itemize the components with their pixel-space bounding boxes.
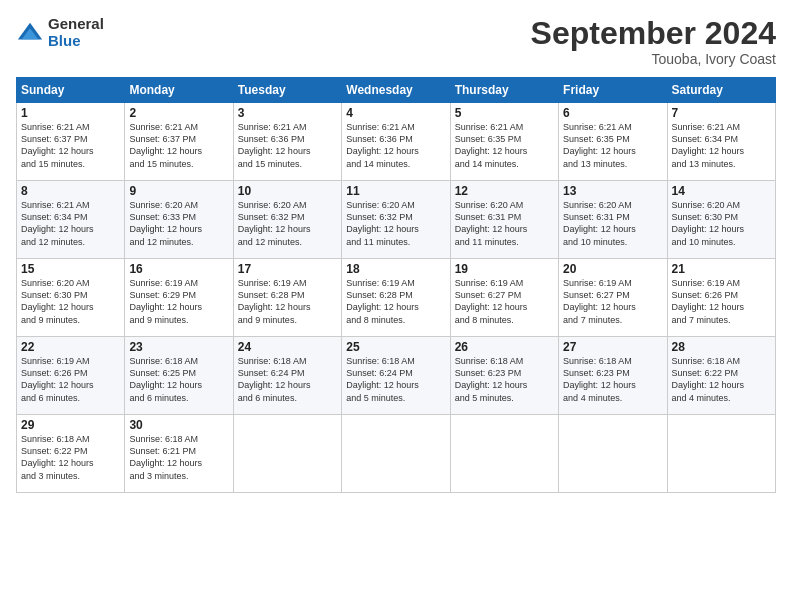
- calendar-cell: [667, 415, 775, 493]
- title-block: September 2024 Touoba, Ivory Coast: [531, 16, 776, 67]
- calendar-cell: 14Sunrise: 6:20 AM Sunset: 6:30 PM Dayli…: [667, 181, 775, 259]
- calendar-header-monday: Monday: [125, 78, 233, 103]
- calendar-header-row: SundayMondayTuesdayWednesdayThursdayFrid…: [17, 78, 776, 103]
- calendar-table: SundayMondayTuesdayWednesdayThursdayFrid…: [16, 77, 776, 493]
- day-info: Sunrise: 6:18 AM Sunset: 6:21 PM Dayligh…: [129, 433, 228, 482]
- day-info: Sunrise: 6:21 AM Sunset: 6:34 PM Dayligh…: [21, 199, 120, 248]
- day-number: 8: [21, 184, 120, 198]
- day-info: Sunrise: 6:21 AM Sunset: 6:36 PM Dayligh…: [346, 121, 445, 170]
- day-info: Sunrise: 6:20 AM Sunset: 6:30 PM Dayligh…: [21, 277, 120, 326]
- day-info: Sunrise: 6:19 AM Sunset: 6:26 PM Dayligh…: [672, 277, 771, 326]
- day-number: 15: [21, 262, 120, 276]
- calendar-week-4: 22Sunrise: 6:19 AM Sunset: 6:26 PM Dayli…: [17, 337, 776, 415]
- logo-blue: Blue: [48, 33, 104, 50]
- calendar-cell: 23Sunrise: 6:18 AM Sunset: 6:25 PM Dayli…: [125, 337, 233, 415]
- day-number: 9: [129, 184, 228, 198]
- day-info: Sunrise: 6:18 AM Sunset: 6:25 PM Dayligh…: [129, 355, 228, 404]
- calendar-cell: 1Sunrise: 6:21 AM Sunset: 6:37 PM Daylig…: [17, 103, 125, 181]
- day-info: Sunrise: 6:18 AM Sunset: 6:23 PM Dayligh…: [563, 355, 662, 404]
- calendar-header-wednesday: Wednesday: [342, 78, 450, 103]
- calendar-cell: 20Sunrise: 6:19 AM Sunset: 6:27 PM Dayli…: [559, 259, 667, 337]
- calendar-header-thursday: Thursday: [450, 78, 558, 103]
- day-info: Sunrise: 6:21 AM Sunset: 6:34 PM Dayligh…: [672, 121, 771, 170]
- day-number: 23: [129, 340, 228, 354]
- calendar-cell: 26Sunrise: 6:18 AM Sunset: 6:23 PM Dayli…: [450, 337, 558, 415]
- calendar-cell: [233, 415, 341, 493]
- calendar-header-friday: Friday: [559, 78, 667, 103]
- calendar-cell: 5Sunrise: 6:21 AM Sunset: 6:35 PM Daylig…: [450, 103, 558, 181]
- day-info: Sunrise: 6:21 AM Sunset: 6:35 PM Dayligh…: [563, 121, 662, 170]
- day-number: 29: [21, 418, 120, 432]
- day-number: 4: [346, 106, 445, 120]
- month-title: September 2024: [531, 16, 776, 51]
- day-info: Sunrise: 6:20 AM Sunset: 6:32 PM Dayligh…: [346, 199, 445, 248]
- day-info: Sunrise: 6:18 AM Sunset: 6:23 PM Dayligh…: [455, 355, 554, 404]
- calendar-cell: 4Sunrise: 6:21 AM Sunset: 6:36 PM Daylig…: [342, 103, 450, 181]
- calendar-cell: 7Sunrise: 6:21 AM Sunset: 6:34 PM Daylig…: [667, 103, 775, 181]
- day-info: Sunrise: 6:19 AM Sunset: 6:28 PM Dayligh…: [238, 277, 337, 326]
- day-info: Sunrise: 6:20 AM Sunset: 6:33 PM Dayligh…: [129, 199, 228, 248]
- calendar-header-tuesday: Tuesday: [233, 78, 341, 103]
- day-number: 20: [563, 262, 662, 276]
- logo-general: General: [48, 16, 104, 33]
- calendar-header-sunday: Sunday: [17, 78, 125, 103]
- day-number: 2: [129, 106, 228, 120]
- day-number: 17: [238, 262, 337, 276]
- calendar-cell: [450, 415, 558, 493]
- logo-icon: [16, 19, 44, 47]
- day-info: Sunrise: 6:20 AM Sunset: 6:31 PM Dayligh…: [455, 199, 554, 248]
- calendar-cell: 8Sunrise: 6:21 AM Sunset: 6:34 PM Daylig…: [17, 181, 125, 259]
- day-info: Sunrise: 6:19 AM Sunset: 6:28 PM Dayligh…: [346, 277, 445, 326]
- calendar-cell: 12Sunrise: 6:20 AM Sunset: 6:31 PM Dayli…: [450, 181, 558, 259]
- day-info: Sunrise: 6:21 AM Sunset: 6:37 PM Dayligh…: [21, 121, 120, 170]
- location: Touoba, Ivory Coast: [531, 51, 776, 67]
- calendar-cell: 16Sunrise: 6:19 AM Sunset: 6:29 PM Dayli…: [125, 259, 233, 337]
- header: General Blue September 2024 Touoba, Ivor…: [16, 16, 776, 67]
- calendar-cell: 9Sunrise: 6:20 AM Sunset: 6:33 PM Daylig…: [125, 181, 233, 259]
- calendar-header-saturday: Saturday: [667, 78, 775, 103]
- calendar-week-5: 29Sunrise: 6:18 AM Sunset: 6:22 PM Dayli…: [17, 415, 776, 493]
- day-info: Sunrise: 6:21 AM Sunset: 6:36 PM Dayligh…: [238, 121, 337, 170]
- day-number: 13: [563, 184, 662, 198]
- day-number: 3: [238, 106, 337, 120]
- calendar-cell: 22Sunrise: 6:19 AM Sunset: 6:26 PM Dayli…: [17, 337, 125, 415]
- day-number: 28: [672, 340, 771, 354]
- day-info: Sunrise: 6:19 AM Sunset: 6:27 PM Dayligh…: [563, 277, 662, 326]
- day-info: Sunrise: 6:19 AM Sunset: 6:29 PM Dayligh…: [129, 277, 228, 326]
- calendar-cell: 13Sunrise: 6:20 AM Sunset: 6:31 PM Dayli…: [559, 181, 667, 259]
- day-info: Sunrise: 6:20 AM Sunset: 6:31 PM Dayligh…: [563, 199, 662, 248]
- calendar-cell: 28Sunrise: 6:18 AM Sunset: 6:22 PM Dayli…: [667, 337, 775, 415]
- day-number: 11: [346, 184, 445, 198]
- day-info: Sunrise: 6:18 AM Sunset: 6:22 PM Dayligh…: [21, 433, 120, 482]
- calendar-cell: [342, 415, 450, 493]
- calendar-cell: [559, 415, 667, 493]
- logo: General Blue: [16, 16, 104, 49]
- calendar-cell: 15Sunrise: 6:20 AM Sunset: 6:30 PM Dayli…: [17, 259, 125, 337]
- day-number: 27: [563, 340, 662, 354]
- day-number: 25: [346, 340, 445, 354]
- day-number: 22: [21, 340, 120, 354]
- day-number: 5: [455, 106, 554, 120]
- day-number: 24: [238, 340, 337, 354]
- calendar-cell: 24Sunrise: 6:18 AM Sunset: 6:24 PM Dayli…: [233, 337, 341, 415]
- day-number: 14: [672, 184, 771, 198]
- calendar-cell: 3Sunrise: 6:21 AM Sunset: 6:36 PM Daylig…: [233, 103, 341, 181]
- day-number: 19: [455, 262, 554, 276]
- calendar-cell: 17Sunrise: 6:19 AM Sunset: 6:28 PM Dayli…: [233, 259, 341, 337]
- calendar-cell: 10Sunrise: 6:20 AM Sunset: 6:32 PM Dayli…: [233, 181, 341, 259]
- day-number: 18: [346, 262, 445, 276]
- day-info: Sunrise: 6:19 AM Sunset: 6:26 PM Dayligh…: [21, 355, 120, 404]
- day-number: 1: [21, 106, 120, 120]
- day-number: 26: [455, 340, 554, 354]
- calendar-cell: 6Sunrise: 6:21 AM Sunset: 6:35 PM Daylig…: [559, 103, 667, 181]
- day-info: Sunrise: 6:20 AM Sunset: 6:32 PM Dayligh…: [238, 199, 337, 248]
- calendar-week-2: 8Sunrise: 6:21 AM Sunset: 6:34 PM Daylig…: [17, 181, 776, 259]
- day-number: 7: [672, 106, 771, 120]
- day-info: Sunrise: 6:18 AM Sunset: 6:24 PM Dayligh…: [346, 355, 445, 404]
- calendar-cell: 21Sunrise: 6:19 AM Sunset: 6:26 PM Dayli…: [667, 259, 775, 337]
- calendar-cell: 29Sunrise: 6:18 AM Sunset: 6:22 PM Dayli…: [17, 415, 125, 493]
- calendar-cell: 30Sunrise: 6:18 AM Sunset: 6:21 PM Dayli…: [125, 415, 233, 493]
- day-number: 21: [672, 262, 771, 276]
- day-info: Sunrise: 6:19 AM Sunset: 6:27 PM Dayligh…: [455, 277, 554, 326]
- calendar-cell: 18Sunrise: 6:19 AM Sunset: 6:28 PM Dayli…: [342, 259, 450, 337]
